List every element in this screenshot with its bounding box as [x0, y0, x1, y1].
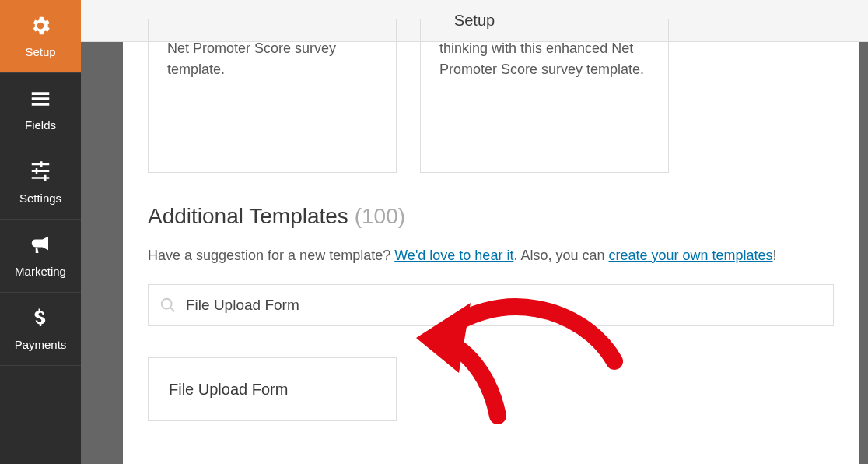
template-result-file-upload[interactable]: File Upload Form: [148, 357, 397, 421]
bullhorn-icon: [29, 234, 52, 257]
card-text: Net Promoter Score survey template.: [167, 40, 336, 77]
feedback-link[interactable]: We'd love to hear it: [394, 248, 513, 263]
template-search[interactable]: [148, 284, 834, 326]
section-heading: Additional Templates (100): [148, 204, 834, 229]
gear-icon: [29, 14, 52, 37]
section-count: (100): [355, 204, 405, 228]
sidebar-item-marketing[interactable]: Marketing: [0, 220, 81, 293]
create-template-link[interactable]: create your own templates: [608, 248, 772, 263]
result-label: File Upload Form: [169, 381, 288, 399]
search-icon: [159, 297, 177, 314]
sidebar-item-settings[interactable]: Settings: [0, 146, 81, 220]
sidebar-label: Settings: [19, 192, 61, 205]
sidebar-label: Marketing: [15, 265, 66, 278]
section-title: Additional Templates: [148, 204, 348, 228]
sliders-icon: [29, 160, 52, 184]
sidebar-label: Setup: [25, 45, 55, 58]
sidebar: Setup Fields Settings Marketing Payments: [0, 0, 81, 464]
suggest-pre: Have a suggestion for a new template?: [148, 248, 394, 263]
sidebar-label: Fields: [25, 118, 56, 132]
setup-panel: Net Promoter Score survey template. thin…: [123, 42, 859, 464]
suggest-mid: . Also, you can: [513, 248, 608, 263]
sidebar-item-setup[interactable]: Setup: [0, 0, 81, 73]
dollar-icon: [29, 307, 52, 330]
sidebar-label: Payments: [15, 338, 67, 351]
template-card-nps-enhanced[interactable]: thinking with this enhanced Net Promoter…: [420, 19, 669, 173]
sidebar-item-payments[interactable]: Payments: [0, 293, 81, 366]
search-input[interactable]: [186, 297, 822, 314]
suggestion-text: Have a suggestion for a new template? We…: [148, 246, 834, 265]
template-card-row: Net Promoter Score survey template. thin…: [148, 19, 834, 173]
list-icon: [29, 87, 52, 111]
template-card-nps[interactable]: Net Promoter Score survey template.: [148, 19, 397, 173]
sidebar-item-fields[interactable]: Fields: [0, 73, 81, 146]
card-text: thinking with this enhanced Net Promoter…: [439, 40, 644, 77]
suggest-post: !: [773, 248, 777, 263]
